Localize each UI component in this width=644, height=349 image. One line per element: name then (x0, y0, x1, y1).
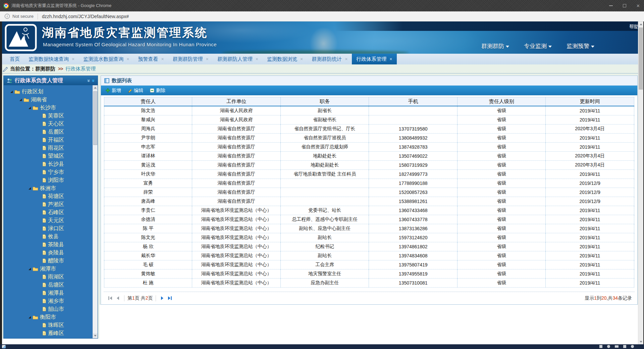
table-row[interactable]: 毛 硕湖南省地质环境监测总站（中心）工会主席13975807419省级2019/… (104, 260, 634, 269)
tree-node[interactable]: 攸县 (4, 233, 98, 241)
tree-node[interactable]: 石鼓区 (4, 337, 98, 338)
tree-node[interactable]: 天心区 (4, 120, 98, 128)
tab-item[interactable]: 预警查看× (133, 54, 168, 64)
table-row[interactable]: 余德清湖南省地质环境监测总站（中心）总工程师、遥感中心专职副主任13607433… (104, 215, 634, 224)
tree-node[interactable]: 渌口区 (4, 225, 98, 233)
tree-node[interactable]: 天元区 (4, 216, 98, 225)
tab-close-icon[interactable]: × (345, 56, 347, 62)
url-text[interactable]: dzzh.hndzhj.com/JCYJ/DefaultNew.aspx# (42, 14, 129, 19)
nav-menu[interactable]: 监测预警 (567, 42, 594, 50)
table-row[interactable]: 杜 施湖南省地质环境监测总站（中心）应急办副主任13507310081省级201… (104, 279, 634, 288)
table-row[interactable]: 陈 平湖南省地质环境监测总站（中心）副站长、应急中心副主任13873136286… (104, 224, 634, 233)
maximize-button[interactable] (623, 4, 626, 7)
tray-icon[interactable] (599, 345, 602, 348)
tab-item[interactable]: 群测群防管理× (168, 54, 213, 64)
tree-node[interactable]: 长沙市 (4, 104, 98, 112)
tree-node[interactable]: 韶山市 (4, 305, 98, 313)
tree-expand-icon[interactable] (29, 316, 31, 318)
tree-node[interactable]: 湘乡市 (4, 297, 98, 305)
taskbar-app-icon[interactable] (2, 345, 6, 348)
tab-active[interactable]: 行政体系管理× (352, 54, 396, 64)
tree-expand-icon[interactable] (19, 99, 22, 101)
tab-close-icon[interactable]: × (300, 56, 303, 62)
tray-icon[interactable] (631, 345, 634, 348)
table-row[interactable]: 黄炜敏湖南省地质环境监测总站（中心）地灾预警室主任13974955819省级20… (104, 269, 634, 279)
table-row[interactable]: 唐高峰湖南省自然资源厅15388981261省级2019/12/9 (104, 197, 634, 206)
tab-close-icon[interactable]: × (389, 56, 392, 62)
tree-node[interactable]: 株洲市 (4, 184, 98, 192)
help-link[interactable]: 帮助 (629, 24, 639, 30)
tree-node[interactable]: 荷塘区 (4, 192, 98, 200)
tree-expand-icon[interactable] (29, 187, 31, 190)
table-row[interactable]: 李贵仁湖南省地质环境监测总站（中心）党委书记、站长13607433468省级20… (104, 206, 634, 215)
info-icon[interactable]: i (5, 14, 10, 19)
tree-node[interactable]: 芦淞区 (4, 200, 98, 208)
scroll-up-icon[interactable] (93, 85, 98, 90)
table-row[interactable]: 陈文浩湖南省人民政府副省长省级2019/4/11 (104, 106, 634, 115)
tree-node[interactable]: 珠晖区 (4, 321, 98, 329)
table-row[interactable]: 戴长华湖南省地质环境监测总站（中心）副站长13974834608省级2019/4… (104, 251, 634, 260)
tab-close-icon[interactable]: × (206, 56, 209, 62)
tree-node[interactable]: 浏阳市 (4, 176, 98, 184)
table-row[interactable]: 周海兵湖南省自然资源厅省自然资源厅党组书记、厅长13707319580省级202… (104, 124, 634, 134)
tab-close-icon[interactable]: × (72, 56, 74, 62)
table-row[interactable]: 宣勇湖南省自然资源厅17788990188省级2019/12/9 (104, 179, 634, 188)
next-page-button[interactable] (160, 296, 165, 300)
nav-menu[interactable]: 专业监测 (524, 42, 552, 50)
tree-node[interactable]: 宁乡市 (4, 168, 98, 176)
tray-icon[interactable] (623, 345, 626, 348)
last-page-button[interactable] (167, 296, 172, 300)
tree-node[interactable]: 石峰区 (4, 208, 98, 216)
tree-node[interactable]: 雨花区 (4, 144, 98, 152)
tray-icon[interactable] (607, 345, 610, 348)
scrollbar-down-icon[interactable] (638, 339, 643, 344)
minimize-button[interactable] (609, 5, 613, 6)
tree-node[interactable]: 茶陵县 (4, 241, 98, 249)
tree-node[interactable]: 雨湖区 (4, 273, 98, 281)
tree-node[interactable]: 湘潭市 (4, 265, 98, 273)
tab-item[interactable]: 监测数据快速查询× (24, 54, 79, 64)
tab-close-icon[interactable]: × (256, 56, 258, 62)
tab-close-icon[interactable]: × (126, 56, 129, 62)
tree-expand-icon[interactable] (29, 107, 31, 109)
tree-node[interactable]: 芙蓉区 (4, 112, 98, 120)
sidebar-scrollbar[interactable] (93, 85, 98, 338)
tree-node[interactable]: 雁峰区 (4, 329, 98, 337)
tree-node[interactable]: 开福区 (4, 136, 98, 144)
tree-node[interactable]: 岳麓区 (4, 128, 98, 136)
close-button[interactable]: ✕ (636, 4, 640, 8)
tree-node[interactable]: 行政区划 (4, 88, 98, 96)
tree-node[interactable]: 醴陵市 (4, 257, 98, 265)
tree-node[interactable]: 炎陵县 (4, 249, 98, 257)
table-row[interactable]: 尹学朗湖南省自然资源厅省自然资源厅巡视员13808489932省级2019/4/… (104, 134, 634, 143)
tab-item[interactable]: 监测数据浏览× (263, 54, 307, 64)
table-row[interactable]: 杨 欣湖南省地质环境监测总站（中心）纪检书记13974861802省级2019/… (104, 242, 634, 251)
browser-scrollbar[interactable] (638, 21, 643, 344)
tray-icon[interactable] (615, 345, 619, 348)
table-row[interactable]: 薛荣湖南省自然资源厅15200857263省级2019/12/9 (104, 188, 634, 197)
expand-panel-icon[interactable]: » (91, 79, 96, 82)
tree-node[interactable]: 湘潭县 (4, 289, 98, 297)
collapse-all-icon[interactable]: « (85, 79, 91, 82)
table-row[interactable]: 黎咸兴湖南省人民政府省副秘书长省级2019/4/11 (104, 115, 634, 124)
add-button[interactable]: 新增 (106, 88, 121, 94)
tree-expand-icon[interactable] (29, 268, 31, 270)
scrollbar-thumb[interactable] (639, 28, 643, 90)
scroll-down-icon[interactable] (93, 333, 98, 338)
tree-expand-icon[interactable] (10, 91, 13, 93)
tab-item[interactable]: 监测流水数据查询× (79, 54, 133, 64)
tree-node[interactable]: 望城区 (4, 152, 98, 160)
delete-button[interactable]: 删除 (150, 88, 165, 94)
tree-node[interactable]: 岳塘区 (4, 281, 98, 289)
tab-item[interactable]: 首页 (5, 54, 24, 64)
table-row[interactable]: 陈文光湖南省地质环境监测总站（中心）副站长15973124620省级2019/4… (104, 233, 634, 242)
table-row[interactable]: 黄运茂湖南省自然资源厅地勘处副处长15807319929省级2020年3月4日 (104, 161, 634, 170)
nav-menu[interactable]: 群测群防 (481, 42, 509, 50)
first-page-button[interactable] (108, 296, 113, 300)
scrollbar-up-icon[interactable] (638, 21, 643, 27)
tab-item[interactable]: 群测群防人管理× (213, 54, 263, 64)
sidebar-scroll-thumb[interactable] (93, 91, 97, 145)
address-bar[interactable]: i Not secure dzzh.hndzhj.com/JCYJ/Defaul… (0, 11, 644, 21)
tab-close-icon[interactable]: × (161, 56, 164, 62)
tree-node[interactable]: 湖南省 (4, 96, 98, 104)
